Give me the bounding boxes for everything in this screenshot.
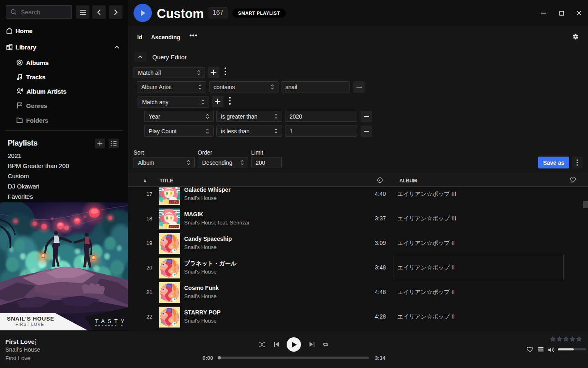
svg-text:エイリアン☆: エイリアン☆: [167, 225, 180, 228]
svg-text:TASTY: TASTY: [95, 318, 127, 324]
svg-text:SNAIL’S HOUSE: SNAIL’S HOUSE: [7, 316, 54, 322]
svg-text:エイリアン☆: エイリアン☆: [167, 201, 180, 203]
svg-text:FIRST LOVE: FIRST LOVE: [16, 322, 44, 327]
